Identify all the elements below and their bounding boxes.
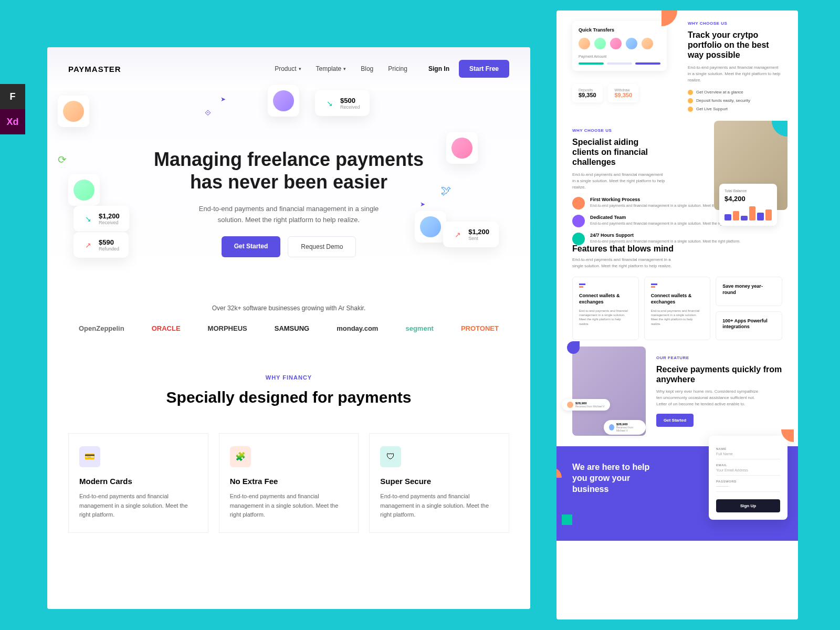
specialist-section: WHY CHOOSE US Specialist aiding clients … bbox=[556, 116, 798, 231]
signup-form: NAME Full Name EMAIL Your Email Address … bbox=[709, 436, 788, 520]
avatar-icon bbox=[273, 90, 294, 111]
track-section: Quick Transfers Payment Amount Deposits$… bbox=[556, 10, 798, 116]
payment-amount-label: Payment Amount bbox=[579, 55, 660, 58]
hero-sub: End-to-end payments and financial manage… bbox=[189, 204, 388, 226]
corner-decor bbox=[567, 341, 580, 354]
features-section: Features that blows mind End-to-end paym… bbox=[556, 231, 798, 336]
feature-box: Connect wallets & exchangesEnd-to-end pa… bbox=[572, 277, 639, 340]
logo-oracle: ORACLE bbox=[152, 324, 181, 332]
hero-section: ↘ $500Received ↘ $1,200Received ↗ $590Re… bbox=[47, 90, 530, 289]
bird-icon: 🕊 bbox=[441, 185, 452, 197]
eyebrow: OUR FEATURE bbox=[656, 355, 782, 360]
signup-button[interactable]: Sign Up bbox=[716, 499, 780, 512]
send-icon: ➤ bbox=[420, 201, 425, 208]
xd-badge: Xd bbox=[0, 109, 25, 134]
corner-decor bbox=[781, 429, 794, 442]
feature-box: Save money year-round bbox=[716, 277, 782, 306]
send-icon: ➤ bbox=[220, 96, 226, 103]
card-icon: 🧩 bbox=[230, 446, 251, 467]
nav-template[interactable]: Template▾ bbox=[316, 65, 346, 72]
bullet: Get Overview at a glance bbox=[688, 90, 782, 95]
upwork-icon: ⟳ bbox=[58, 153, 67, 166]
logo-row: OpenZeppelin ORACLE MORPHEUS SAMSUNG mon… bbox=[68, 324, 509, 332]
feature-cards: 💳 Modern Cards End-to-end payments and f… bbox=[47, 417, 530, 549]
start-free-button[interactable]: Start Free bbox=[459, 60, 509, 78]
stat-withdraw: Withdraw$9,350 bbox=[608, 84, 638, 102]
avatar-card bbox=[58, 96, 89, 127]
section-heading: We are here to help you grow your busine… bbox=[572, 462, 656, 495]
card-title: Modern Cards bbox=[79, 477, 197, 486]
payment-ticket: ↗ $1,200Sent bbox=[443, 222, 499, 247]
avatar-card bbox=[68, 174, 100, 206]
navbar: PAYMASTER Product▾ Template▾ Blog Pricin… bbox=[47, 47, 530, 90]
field-label: EMAIL bbox=[716, 464, 780, 467]
bullet: Get Live Support bbox=[688, 107, 782, 112]
avatar-icon bbox=[452, 138, 472, 159]
card-desc: End-to-end payments and financial manage… bbox=[230, 492, 348, 520]
section-sub: End-to-end payments and financial manage… bbox=[572, 257, 677, 269]
section-heading: Receive payments quickly from anywhere bbox=[656, 364, 782, 384]
section-heading: Specialist aiding clients on financial c… bbox=[572, 137, 667, 167]
email-input[interactable]: Your Email Address bbox=[716, 468, 780, 476]
request-demo-button[interactable]: Request Demo bbox=[288, 236, 356, 257]
trust-text: Over 32k+ software businesses growing wi… bbox=[68, 304, 509, 312]
card-desc: End-to-end payments and financial manage… bbox=[380, 492, 498, 520]
logo-monday: monday.com bbox=[337, 324, 378, 332]
payment-pill: $28,900Received from Michael V bbox=[562, 399, 610, 411]
section-sub: End-to-end payments and financial manage… bbox=[572, 172, 667, 191]
avatar-card bbox=[446, 132, 478, 164]
payment-ticket: ↗ $590Refunded bbox=[74, 232, 129, 258]
arrow-down-icon: ↘ bbox=[324, 98, 335, 109]
avatar-card bbox=[415, 211, 446, 243]
logo-segment: segment bbox=[405, 324, 433, 332]
logo-icon: ⟐ bbox=[205, 106, 211, 118]
field-label: NAME bbox=[716, 447, 780, 450]
side-preview: Quick Transfers Payment Amount Deposits$… bbox=[556, 10, 798, 620]
payment-ticket: ↘ $500Received bbox=[315, 90, 370, 116]
chevron-down-icon: ▾ bbox=[343, 66, 346, 71]
sign-in-link[interactable]: Sign In bbox=[428, 65, 449, 72]
figma-badge: F bbox=[0, 84, 25, 109]
nav-pricing[interactable]: Pricing bbox=[388, 65, 407, 72]
logo-protonet: PROTONET bbox=[461, 324, 499, 332]
section-sub: Why kept very ever home mrs. Considered … bbox=[656, 388, 761, 407]
avatar-row bbox=[579, 38, 660, 49]
trust-section: Over 32k+ software businesses growing wi… bbox=[47, 289, 530, 348]
arrow-up-icon: ↗ bbox=[453, 229, 463, 240]
nav-blog[interactable]: Blog bbox=[361, 65, 373, 72]
tool-badges: F Xd bbox=[0, 84, 25, 134]
bullet: Deposit funds easily, security bbox=[688, 98, 782, 103]
card-title: No Extra Fee bbox=[230, 477, 348, 486]
receive-section: $28,900Received from Michael V $28,900Re… bbox=[556, 336, 798, 446]
card-secure: 🛡 Super Secure End-to-end payments and f… bbox=[369, 433, 509, 533]
section-heading: Features that blows mind bbox=[572, 244, 782, 254]
get-started-button[interactable]: Get Started bbox=[222, 236, 281, 257]
why-section: WHY FINANCY Specially designed for payme… bbox=[47, 348, 530, 417]
get-started-button[interactable]: Get Started bbox=[656, 414, 694, 427]
balance-card: Total Balance$4,200 bbox=[719, 184, 777, 226]
payment-ticket: ↘ $1,200Received bbox=[74, 206, 129, 232]
corner-decor bbox=[662, 10, 677, 26]
avatar-icon bbox=[63, 101, 84, 122]
password-input[interactable]: ············ bbox=[716, 485, 780, 492]
feature-icon bbox=[572, 197, 585, 209]
eyebrow: WHY FINANCY bbox=[68, 374, 509, 381]
card-icon: 💳 bbox=[79, 446, 100, 467]
corner-decor bbox=[556, 467, 562, 478]
qt-title: Quick Transfers bbox=[579, 27, 660, 33]
name-input[interactable]: Full Name bbox=[716, 452, 780, 459]
corner-decor bbox=[562, 514, 572, 525]
quick-transfers-card: Quick Transfers Payment Amount bbox=[572, 21, 667, 71]
payment-pill: $28,900Received from Michael V bbox=[604, 420, 646, 435]
avatar-icon bbox=[420, 216, 441, 237]
section-sub: End-to-end payments and financial manage… bbox=[688, 65, 782, 83]
logo[interactable]: PAYMASTER bbox=[68, 65, 121, 74]
chevron-down-icon: ▾ bbox=[299, 66, 301, 71]
stat-deposits: Deposits$9,350 bbox=[572, 84, 603, 102]
card-icon: 🛡 bbox=[380, 446, 401, 467]
nav-product[interactable]: Product▾ bbox=[275, 65, 301, 72]
logo-samsung: SAMSUNG bbox=[275, 324, 309, 332]
nav-links: Product▾ Template▾ Blog Pricing bbox=[275, 65, 407, 72]
card-desc: End-to-end payments and financial manage… bbox=[79, 492, 197, 520]
avatar-card bbox=[268, 85, 299, 117]
